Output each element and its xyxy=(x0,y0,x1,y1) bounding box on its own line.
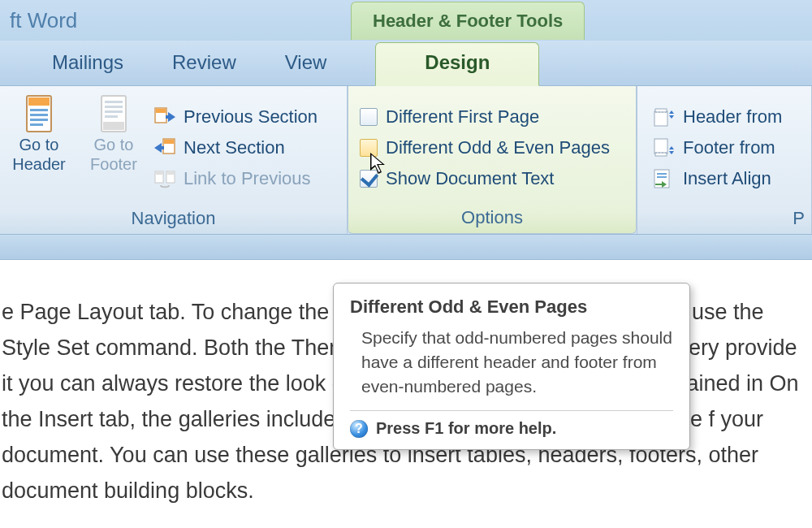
go-to-header-label-2: Header xyxy=(12,154,66,174)
svg-marker-31 xyxy=(669,151,674,154)
different-odd-even-label: Different Odd & Even Pages xyxy=(386,137,610,158)
group-navigation-label: Navigation xyxy=(2,205,345,234)
svg-marker-25 xyxy=(669,110,674,114)
tab-view[interactable]: View xyxy=(261,43,352,85)
title-bar: ft Word Header & Footer Tools xyxy=(0,0,812,41)
different-odd-even-checkbox[interactable]: Different Odd & Even Pages xyxy=(360,137,610,158)
insert-alignment-tab-label: Insert Align xyxy=(683,168,771,189)
svg-marker-30 xyxy=(669,146,674,149)
footer-from-bottom-control[interactable]: Footer from xyxy=(654,137,782,158)
svg-rect-9 xyxy=(105,106,123,108)
svg-rect-34 xyxy=(657,176,667,178)
show-document-text-label: Show Document Text xyxy=(386,168,554,189)
page-header-icon xyxy=(22,94,56,135)
svg-rect-11 xyxy=(105,115,118,118)
previous-section-button[interactable]: Previous Section xyxy=(154,106,317,128)
go-to-footer-label-2: Footer xyxy=(90,154,137,174)
contextual-tools-title: Header & Footer Tools xyxy=(351,2,585,40)
svg-marker-14 xyxy=(166,112,175,122)
page-footer-icon xyxy=(97,94,131,135)
screentip-body: Specify that odd-numbered pages should h… xyxy=(361,326,673,399)
link-to-previous-button: Link to Previous xyxy=(154,168,317,189)
go-to-footer-button[interactable]: Go to Footer xyxy=(76,88,151,205)
next-section-label: Next Section xyxy=(184,137,285,158)
screentip-title: Different Odd & Even Pages xyxy=(350,296,673,318)
svg-rect-13 xyxy=(156,109,166,113)
group-navigation: Go to Header Go to Footer xyxy=(0,86,348,234)
checkbox-icon xyxy=(360,139,378,157)
svg-rect-22 xyxy=(654,111,667,126)
checkbox-icon xyxy=(360,108,378,126)
svg-rect-16 xyxy=(164,140,174,144)
header-from-top-label: Header from xyxy=(683,106,782,128)
link-to-previous-label: Link to Previous xyxy=(184,168,311,189)
previous-section-icon xyxy=(154,107,175,127)
footer-from-bottom-icon xyxy=(654,138,675,158)
tab-design[interactable]: Design xyxy=(375,42,539,86)
go-to-header-label-1: Go to xyxy=(19,135,59,154)
tab-review[interactable]: Review xyxy=(148,43,261,85)
svg-rect-4 xyxy=(30,119,48,121)
svg-rect-2 xyxy=(30,109,48,111)
svg-rect-10 xyxy=(105,110,123,113)
ribbon-tab-strip: Mailings Review View Design xyxy=(0,41,812,86)
link-to-previous-icon xyxy=(154,169,175,188)
svg-rect-21 xyxy=(167,172,174,175)
svg-rect-8 xyxy=(105,101,123,103)
svg-rect-5 xyxy=(30,123,43,126)
svg-rect-20 xyxy=(156,172,162,175)
group-position-label: P xyxy=(650,205,810,234)
app-title: ft Word xyxy=(0,8,351,33)
below-ribbon-strip xyxy=(0,235,812,260)
svg-rect-23 xyxy=(655,109,667,112)
different-first-page-label: Different First Page xyxy=(386,106,539,128)
svg-rect-7 xyxy=(103,122,124,130)
svg-rect-3 xyxy=(30,114,48,116)
tab-mailings[interactable]: Mailings xyxy=(28,43,148,85)
screentip-divider xyxy=(350,410,673,411)
ribbon: Go to Header Go to Footer xyxy=(0,86,812,235)
next-section-button[interactable]: Next Section xyxy=(154,137,317,158)
svg-rect-33 xyxy=(657,173,667,175)
different-first-page-checkbox[interactable]: Different First Page xyxy=(360,106,610,128)
help-icon: ? xyxy=(350,420,368,438)
header-from-top-icon xyxy=(654,107,675,127)
checkbox-checked-icon xyxy=(360,170,378,188)
screentip-help-line: ? Press F1 for more help. xyxy=(350,419,673,438)
svg-rect-27 xyxy=(654,139,667,154)
footer-from-bottom-label: Footer from xyxy=(683,137,775,158)
go-to-footer-label-1: Go to xyxy=(94,135,134,154)
svg-rect-28 xyxy=(655,153,667,156)
svg-marker-17 xyxy=(154,143,164,153)
screentip: Different Odd & Even Pages Specify that … xyxy=(333,283,690,450)
previous-section-label: Previous Section xyxy=(184,106,317,128)
svg-marker-26 xyxy=(669,115,674,119)
group-options: Different First Page Different Odd & Eve… xyxy=(348,86,637,234)
show-document-text-checkbox[interactable]: Show Document Text xyxy=(360,168,610,189)
group-position: Header from Footer from xyxy=(637,86,812,234)
svg-rect-1 xyxy=(28,97,50,106)
insert-alignment-tab-icon xyxy=(654,169,675,188)
group-options-label: Options xyxy=(350,204,634,233)
next-section-icon xyxy=(154,138,175,158)
go-to-header-button[interactable]: Go to Header xyxy=(2,88,76,205)
header-from-top-control[interactable]: Header from xyxy=(654,106,782,128)
screentip-help-text: Press F1 for more help. xyxy=(376,419,556,438)
insert-alignment-tab-button[interactable]: Insert Align xyxy=(654,168,782,189)
